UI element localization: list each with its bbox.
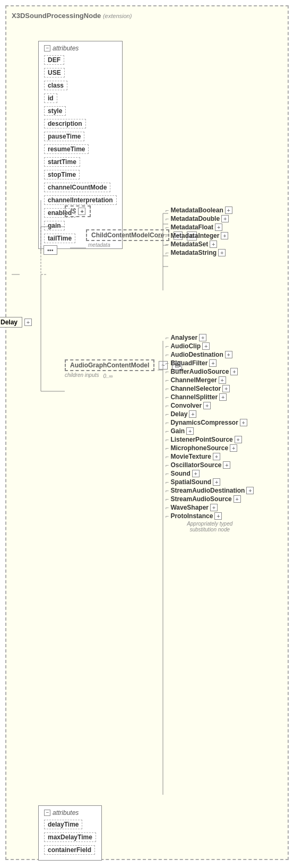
- attr-item[interactable]: startTime: [44, 157, 80, 167]
- node-expand-icon[interactable]: +: [221, 215, 229, 222]
- node-name: DynamicsCompressor: [170, 419, 238, 426]
- audio-node-item[interactable]: ⌐MovieTexture+: [166, 453, 254, 460]
- node-name: ChannelSelector: [170, 385, 221, 392]
- node-expand-icon[interactable]: +: [186, 427, 194, 435]
- child-content-model-box[interactable]: ChildContentModelCore: [86, 229, 169, 241]
- node-expand-icon[interactable]: +: [235, 436, 242, 443]
- audio-node-item[interactable]: ⌐Gain+: [166, 427, 254, 435]
- node-expand-icon[interactable]: +: [215, 224, 222, 231]
- node-expand-icon[interactable]: +: [203, 402, 211, 409]
- node-lmark: ⌐: [166, 368, 169, 375]
- attr-item[interactable]: class: [44, 81, 67, 90]
- attr-item[interactable]: USE: [44, 68, 65, 78]
- audio-node-item[interactable]: ⌐Analyser+: [166, 334, 254, 341]
- node-lmark: ⌐: [166, 233, 169, 239]
- node-name: MetadataFloat: [170, 224, 213, 231]
- node-expand-icon[interactable]: +: [219, 393, 227, 401]
- metadata-node-item[interactable]: ⌐MetadataFloat+: [166, 224, 232, 231]
- attr-item[interactable]: channelCountMode: [44, 183, 110, 192]
- attr-item[interactable]: channelInterpretation: [44, 195, 117, 205]
- audio-node-item[interactable]: ⌐Delay+: [166, 410, 254, 418]
- node-lmark: ⌐: [166, 224, 169, 230]
- attr-item[interactable]: maxDelayTime: [44, 832, 96, 842]
- audio-node-item[interactable]: ⌐SpatialSound+: [166, 478, 254, 486]
- node-expand-icon[interactable]: +: [210, 240, 217, 248]
- attr-item[interactable]: resumeTime: [44, 144, 89, 154]
- audio-node-item[interactable]: ⌐OscillatorSource+: [166, 461, 254, 469]
- audio-node-item[interactable]: ⌐AudioDestination+: [166, 351, 254, 358]
- audio-node-item[interactable]: ⌐ListenerPointSource+: [166, 436, 254, 443]
- node-expand-icon[interactable]: +: [225, 351, 232, 358]
- node-name: WaveShaper: [170, 504, 209, 511]
- node-expand-icon[interactable]: +: [210, 504, 218, 511]
- node-name: Sound: [170, 470, 190, 477]
- attr-row: channelCountMode: [44, 182, 117, 193]
- node-expand-icon[interactable]: +: [213, 478, 220, 486]
- node-expand-icon[interactable]: +: [202, 342, 210, 350]
- node-expand-icon[interactable]: +: [209, 359, 217, 367]
- node-expand-icon[interactable]: +: [234, 495, 241, 503]
- node-name: MetadataBoolean: [170, 207, 223, 214]
- node-expand-icon[interactable]: +: [219, 376, 226, 384]
- audio-node-item[interactable]: ⌐StreamAudioDestination+: [166, 487, 254, 494]
- metadata-node-item[interactable]: ⌐MetadataDouble+: [166, 215, 232, 222]
- attr-item[interactable]: DEF: [44, 55, 64, 65]
- node-expand-icon[interactable]: +: [230, 444, 237, 452]
- audio-node-item[interactable]: ⌐ChannelMerger+: [166, 376, 254, 384]
- node-expand-icon[interactable]: +: [225, 207, 232, 214]
- node-expand-icon[interactable]: +: [222, 385, 230, 392]
- audio-graph-box[interactable]: AudioGraphContentModel: [65, 359, 154, 371]
- metadata-node-item[interactable]: ⌐MetadataString+: [166, 249, 232, 256]
- metadata-node-item[interactable]: ⌐MetadataSet+: [166, 240, 232, 248]
- node-expand-icon[interactable]: +: [223, 461, 230, 469]
- delay-label[interactable]: Delay: [0, 317, 22, 328]
- bottom-collapse-icon[interactable]: −: [44, 810, 50, 816]
- collapse-icon[interactable]: −: [44, 45, 50, 51]
- attr-item[interactable]: pauseTime: [44, 132, 84, 141]
- metadata-node-item[interactable]: ⌐MetadataBoolean+: [166, 207, 232, 214]
- node-expand-icon[interactable]: +: [246, 487, 254, 494]
- attr-item[interactable]: id: [44, 93, 57, 103]
- audio-node-item[interactable]: ⌐ChannelSelector+: [166, 385, 254, 392]
- node-expand-icon[interactable]: +: [221, 232, 228, 239]
- node-lmark: ⌐: [166, 241, 169, 247]
- node-expand-icon[interactable]: +: [189, 410, 196, 418]
- audio-node-item[interactable]: ⌐MicrophoneSource+: [166, 444, 254, 452]
- node-expand-icon[interactable]: +: [230, 368, 238, 375]
- attr-item[interactable]: description: [44, 119, 86, 128]
- audio-node-item[interactable]: ⌐Sound+: [166, 470, 254, 477]
- audio-node-item[interactable]: ⌐ChannelSplitter+: [166, 393, 254, 401]
- delay-expand-icon[interactable]: +: [24, 319, 32, 326]
- node-name: Analyser: [170, 334, 197, 341]
- node-expand-icon[interactable]: +: [199, 334, 206, 341]
- attr-item[interactable]: containerField: [44, 845, 95, 855]
- node-lmark: ⌐: [166, 377, 169, 383]
- audio-node-item[interactable]: ⌐ProtoInstance+: [166, 512, 254, 520]
- attr-row: DEF: [44, 54, 117, 66]
- audio-node-item[interactable]: ⌐StreamAudioSource+: [166, 495, 254, 503]
- attr-item[interactable]: gain: [44, 221, 65, 230]
- is-expand-icon[interactable]: +: [78, 208, 85, 215]
- is-box[interactable]: IS +: [65, 205, 91, 217]
- attr-item[interactable]: delayTime: [44, 820, 82, 829]
- audio-node-item[interactable]: ⌐AudioClip+: [166, 342, 254, 350]
- node-name: MetadataString: [170, 249, 217, 256]
- attr-item[interactable]: style: [44, 106, 66, 116]
- audio-node-item[interactable]: ⌐WaveShaper+: [166, 504, 254, 511]
- audio-node-item[interactable]: ⌐DynamicsCompressor+: [166, 419, 254, 426]
- audio-node-item[interactable]: ⌐Convolver+: [166, 402, 254, 409]
- attr-item[interactable]: stopTime: [44, 170, 80, 179]
- node-expand-icon[interactable]: +: [214, 512, 222, 520]
- node-expand-icon[interactable]: +: [218, 249, 226, 256]
- node-lmark: ⌐: [166, 504, 169, 511]
- attr-item[interactable]: tailTime: [44, 234, 75, 243]
- node-expand-icon[interactable]: +: [213, 453, 220, 460]
- audio-node-item[interactable]: ⌐BiquadFilter+: [166, 359, 254, 367]
- node-name: MovieTexture: [170, 453, 211, 460]
- attributes-label: − attributes: [44, 45, 117, 52]
- metadata-node-item[interactable]: ⌐MetadataInteger+: [166, 232, 232, 239]
- node-expand-icon[interactable]: +: [192, 470, 200, 477]
- node-expand-icon[interactable]: +: [240, 419, 247, 426]
- audio-node-item[interactable]: ⌐BufferAudioSource+: [166, 368, 254, 375]
- is-section: IS +: [65, 205, 91, 217]
